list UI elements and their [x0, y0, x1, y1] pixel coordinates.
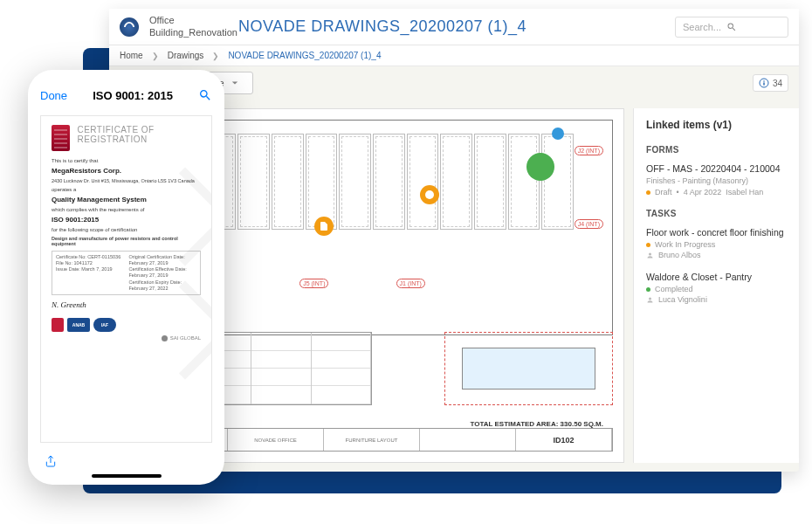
- marker-orange-2-icon[interactable]: [420, 185, 439, 204]
- marker-green-icon[interactable]: [526, 153, 554, 181]
- search-icon: [726, 22, 737, 32]
- status-dot-icon: [646, 287, 650, 292]
- user-icon: [646, 296, 654, 304]
- info-count: 34: [773, 79, 782, 88]
- marker-blue-icon[interactable]: [552, 128, 564, 140]
- done-button[interactable]: Done: [40, 89, 67, 102]
- chevron-down-icon: [231, 79, 238, 86]
- chevron-right-icon: ❯: [152, 52, 159, 60]
- breadcrumb-current: NOVADE DRAWINGS_20200207 (1)_4: [228, 51, 381, 60]
- total-area-label: TOTAL ESTIMATED AREA: 330.50 SQ.M.: [471, 420, 603, 428]
- task-item-1[interactable]: Floor work - concret floor finishing Wor…: [646, 227, 787, 259]
- app-header: Office Building_Renovation NOVADE DRAWIN…: [109, 9, 799, 45]
- mobile-device: Done ISO 9001: 2015 CERTIFICATE OF REGIS…: [28, 70, 224, 485]
- app-logo-icon[interactable]: [120, 17, 139, 37]
- grid-label-j2: J2 (INT): [575, 146, 603, 155]
- grid-label-j1: J1 (INT): [396, 279, 425, 288]
- marker-orange-1-icon[interactable]: [314, 217, 334, 236]
- task2-title: Waldore & Closet - Pantry: [646, 272, 787, 282]
- sheet-id: ID102: [516, 429, 612, 451]
- form-status: Draft: [655, 188, 672, 196]
- linked-items-sidebar: Linked items (v1) FORMS OFF - MAS - 2022…: [633, 108, 799, 463]
- sidebar-title: Linked items (v1): [646, 119, 787, 131]
- share-icon: [44, 453, 58, 469]
- form-title: OFF - MAS - 20220404 - 210004: [646, 163, 787, 174]
- form-subtitle: Finishes - Painting (Masonry): [646, 176, 787, 185]
- chevron-right-icon: ❯: [212, 52, 219, 60]
- mobile-title: ISO 9001: 2015: [76, 89, 189, 102]
- page-title: NOVADE DRAWINGS_20200207 (1)_4: [238, 17, 664, 36]
- project-name: Office Building_Renovation: [149, 15, 228, 38]
- titleblock-sub: FURNITURE LAYOUT: [324, 429, 420, 451]
- mobile-search-button[interactable]: [198, 88, 212, 102]
- breadcrumb: Home ❯ Drawings ❯ NOVADE DRAWINGS_202002…: [109, 45, 799, 66]
- badge-iaf-icon: [93, 318, 116, 332]
- certificate-document[interactable]: CERTIFICATE OF REGISTRATION This is to c…: [40, 115, 212, 443]
- search-input[interactable]: Search...: [675, 17, 788, 38]
- form-date: 4 Apr 2022: [684, 188, 722, 196]
- user-icon: [646, 252, 654, 259]
- grid-label-j5: J5 (INT): [299, 279, 328, 288]
- home-indicator[interactable]: [92, 474, 162, 478]
- breadcrumb-home[interactable]: Home: [120, 51, 143, 60]
- svg-point-2: [649, 252, 651, 255]
- share-button[interactable]: [44, 453, 58, 472]
- status-dot-icon: [646, 190, 650, 195]
- form-user: Isabel Han: [726, 188, 763, 196]
- search-placeholder: Search...: [683, 22, 721, 32]
- svg-point-3: [649, 297, 651, 300]
- task2-user: Luca Vignolini: [658, 295, 707, 304]
- svg-point-1: [425, 190, 434, 199]
- mobile-footer: [28, 452, 224, 474]
- status-dot-icon: [646, 243, 650, 247]
- task1-title: Floor work - concret floor finishing: [646, 227, 787, 238]
- badge-anab-icon: [67, 318, 90, 332]
- conference-room-outline: [444, 332, 613, 405]
- breadcrumb-drawings[interactable]: Drawings: [168, 51, 204, 60]
- titleblock-name: NOVADE OFFICE: [228, 429, 324, 451]
- tasks-header: TASKS: [646, 209, 787, 218]
- task2-status: Completed: [655, 285, 693, 293]
- forms-header: FORMS: [646, 145, 787, 155]
- search-icon: [198, 88, 212, 102]
- info-icon: [759, 78, 769, 88]
- form-item[interactable]: OFF - MAS - 20220404 - 210004 Finishes -…: [646, 163, 787, 196]
- cert-logo-icon: [52, 125, 70, 151]
- info-badge[interactable]: 34: [753, 74, 788, 92]
- task1-status: Work In Progress: [655, 240, 715, 249]
- task-item-2[interactable]: Waldore & Closet - Pantry Completed Luca…: [646, 272, 787, 304]
- mobile-header: Done ISO 9001: 2015: [28, 80, 224, 110]
- grid-label-j4: J4 (INT): [575, 219, 603, 229]
- task1-user: Bruno Albos: [658, 251, 701, 259]
